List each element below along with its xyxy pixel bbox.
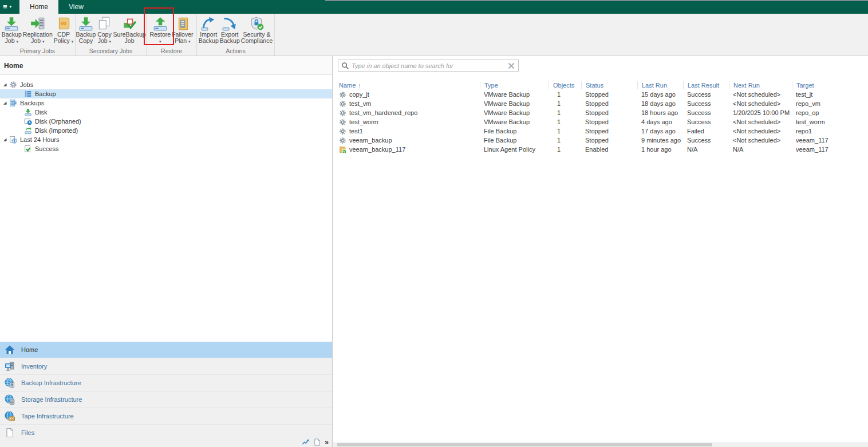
cell-name: copy_jt [349, 91, 369, 98]
cell-type: VMware Backup [480, 108, 549, 117]
window-top-edge [325, 0, 868, 1]
table-row-test-vm[interactable]: test_vm VMware Backup 1 Stopped 18 days … [334, 99, 868, 108]
import-backup-button[interactable]: ImportBackup [198, 15, 219, 45]
cell-objects: 1 [549, 90, 581, 99]
search-clear-icon[interactable] [507, 61, 516, 70]
tape-infrastructure-icon [5, 411, 16, 421]
tree-item-label: Disk [35, 109, 47, 116]
tree-item-label: Jobs [20, 81, 33, 88]
nav-item-storage-infrastructure[interactable]: Storage Infrastructure [0, 391, 332, 408]
search-icon [341, 62, 349, 70]
cell-name: test_vm [349, 100, 372, 107]
cell-status: Stopped [581, 90, 637, 99]
table-row-test-vm-hardened-repo[interactable]: test_vm_hardened_repo VMware Backup 1 St… [334, 108, 868, 117]
files-small-icon[interactable] [313, 438, 321, 447]
nav-overflow-chevron[interactable]: » [325, 439, 329, 446]
column-header-target[interactable]: Target [792, 81, 868, 89]
tree-item-label: Backup [35, 90, 56, 97]
tree-item-success[interactable]: ◢ Success [0, 144, 332, 153]
tree-item-backup[interactable]: ◢ Backup [0, 89, 332, 98]
export-backup-icon [222, 16, 237, 31]
cell-objects: 1 [549, 145, 581, 154]
table-row-copy-jt[interactable]: copy_jt VMware Backup 1 Stopped 15 days … [334, 90, 868, 99]
ribbon-group-primary-jobs: BackupJob ▾ ReplicationJob ▾ ∞ CDPPolicy… [0, 14, 76, 56]
navigation-tree: ◢ Jobs ◢ Backup ◢ Backups ◢ Disk ◢ Disk … [0, 75, 332, 342]
horizontal-scrollbar[interactable] [333, 442, 868, 447]
cell-last-run: 4 days ago [637, 117, 683, 126]
cell-last-result: Success [683, 99, 729, 108]
search-input[interactable] [349, 62, 507, 69]
table-row-test1[interactable]: test1 File Backup 1 Stopped 17 days ago … [334, 126, 868, 136]
tab-view[interactable]: View [58, 0, 94, 14]
column-header-objects[interactable]: Objects [549, 81, 581, 89]
export-backup-button[interactable]: ExportBackup [219, 15, 240, 45]
cell-objects: 1 [549, 117, 581, 126]
cdp-policy-icon: ∞ [56, 16, 71, 31]
table-row-test-worm[interactable]: test_worm VMware Backup 1 Stopped 4 days… [334, 117, 868, 126]
table-row-veeam-backup-117[interactable]: veeam_backup_117 Linux Agent Policy 1 En… [334, 145, 868, 154]
main-menu-button[interactable]: ≡ ▾ [3, 2, 11, 11]
backups-icon [9, 99, 18, 107]
cell-last-result: Success [683, 90, 729, 99]
cdp-policy-button[interactable]: ∞ CDPPolicy ▾ [53, 15, 74, 45]
tree-item-jobs[interactable]: ◢ Jobs [0, 80, 332, 89]
tab-home[interactable]: Home [19, 0, 58, 14]
failover-plan-button[interactable]: FailoverPlan ▾ [171, 15, 194, 45]
column-header-type[interactable]: Type [480, 81, 549, 89]
replication-job-button[interactable]: ReplicationJob ▾ [22, 15, 53, 45]
dropdown-caret-icon: ▾ [16, 39, 18, 43]
nav-item-files[interactable]: Files [0, 425, 332, 441]
cell-name: veeam_backup_117 [349, 146, 405, 153]
security-compliance-button[interactable]: Security &Compliance [240, 15, 273, 45]
tree-expand-arrow[interactable]: ◢ [2, 137, 9, 142]
cell-last-run: 15 days ago [637, 90, 683, 99]
backup-copy-button[interactable]: BackupCopy [75, 15, 96, 45]
dropdown-caret-icon: ▾ [188, 39, 191, 43]
dropdown-caret-icon: ▾ [109, 39, 112, 43]
ribbon-group-restore: Restore▾ FailoverPlan ▾ Restore [147, 14, 197, 56]
copy-job-button[interactable]: CopyJob ▾ [96, 15, 112, 45]
column-header-label: Type [484, 82, 498, 89]
cell-last-run: 17 days ago [637, 126, 683, 136]
group-label: Secondary Jobs [76, 48, 146, 54]
nav-item-inventory[interactable]: Inventory [0, 358, 332, 375]
nav-item-label: Files [21, 429, 34, 436]
dropdown-caret-icon: ▾ [42, 39, 45, 43]
files-icon [5, 428, 16, 438]
main-content: Name ↑ Type Objects Status Last Run Last… [333, 56, 868, 447]
restore-icon [153, 16, 168, 31]
column-header-next-run[interactable]: Next Run [729, 81, 792, 89]
history-small-icon[interactable] [302, 438, 309, 447]
nav-item-backup-infrastructure[interactable]: Backup Infrastructure [0, 375, 332, 391]
nav-item-tape-infrastructure[interactable]: Tape Infrastructure [0, 408, 332, 425]
backup-job-button[interactable]: BackupJob ▾ [1, 15, 22, 45]
column-header-last-run[interactable]: Last Run [637, 81, 683, 89]
nav-item-home[interactable]: Home [0, 342, 332, 358]
column-header-last-result[interactable]: Last Result [683, 81, 729, 89]
tree-item-last-24-hours[interactable]: ◢ Last 24 Hours [0, 135, 332, 144]
tree-expand-arrow[interactable]: ◢ [2, 101, 9, 105]
cell-target: repo_op [792, 108, 868, 117]
column-header-name[interactable]: Name ↑ [334, 81, 480, 89]
tree-item-backups[interactable]: ◢ Backups [0, 98, 332, 108]
bottom-navigation: Home Inventory Backup Infrastructure Sto… [0, 342, 332, 447]
surebackup-job-icon [122, 16, 137, 31]
tree-expand-arrow[interactable]: ◢ [2, 82, 9, 87]
cell-last-run: 18 hours ago [637, 108, 683, 117]
cell-target: veeam_117 [792, 136, 868, 145]
success-icon [24, 145, 33, 153]
tree-item-disk[interactable]: ◢ Disk [0, 108, 332, 117]
tree-item-disk-imported[interactable]: ◢ Disk (Imported) [0, 126, 332, 135]
cell-target: test_worm [792, 117, 868, 126]
backup-copy-icon [78, 16, 93, 31]
scrollbar-thumb[interactable] [337, 443, 712, 446]
tree-item-label: Disk (Orphaned) [35, 118, 81, 125]
cell-type: File Backup [480, 126, 549, 136]
tree-item-disk-orphaned[interactable]: ◢ Disk (Orphaned) [0, 117, 332, 126]
column-header-status[interactable]: Status [581, 81, 637, 89]
disk-orphaned-icon [24, 117, 33, 125]
surebackup-job-button[interactable]: SureBackupJob [112, 15, 146, 45]
restore-button[interactable]: Restore▾ [149, 15, 171, 45]
table-row-veeam-backup[interactable]: veeam_backup File Backup 1 Stopped 9 min… [334, 136, 868, 145]
nav-item-label: Backup Infrastructure [21, 379, 81, 386]
